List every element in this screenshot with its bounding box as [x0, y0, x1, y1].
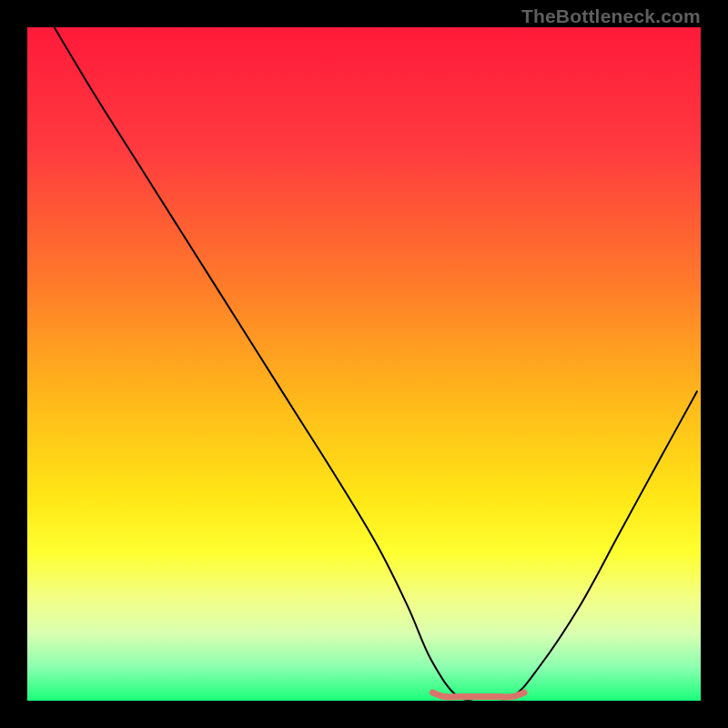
- chart-curve: [27, 27, 701, 701]
- series-curve: [55, 27, 698, 700]
- chart-container: TheBottleneck.com: [0, 0, 728, 728]
- watermark-text: TheBottleneck.com: [521, 5, 701, 27]
- plot-area: [27, 27, 701, 701]
- series-flat-marker: [432, 693, 524, 697]
